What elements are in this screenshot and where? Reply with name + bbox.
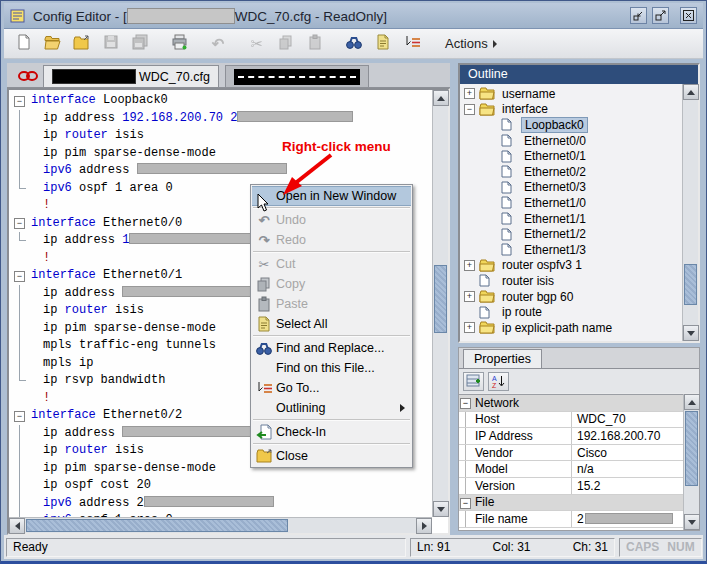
property-row-vendor[interactable]: VendorCisco xyxy=(459,445,683,462)
properties-scrollbar[interactable] xyxy=(683,394,699,530)
outline-item-username[interactable]: +username xyxy=(460,86,682,102)
scroll-left-button[interactable] xyxy=(9,518,25,534)
code-line[interactable]: ipv6 address 2 xyxy=(9,495,432,513)
menu-item-undo[interactable]: ↶Undo xyxy=(252,210,411,230)
menu-item-copy[interactable]: Copy xyxy=(252,274,411,294)
outline-item-ethernet0-0[interactable]: Ethernet0/0 xyxy=(460,133,682,149)
fold-gutter[interactable]: − xyxy=(9,215,31,233)
collapse-icon[interactable]: − xyxy=(464,104,475,115)
save-button[interactable] xyxy=(99,32,123,56)
outline-item-ethernet0-1[interactable]: Ethernet0/1 xyxy=(460,148,682,164)
outline-item-ethernet1-1[interactable]: Ethernet1/1 xyxy=(460,211,682,227)
property-row-version[interactable]: Version15.2 xyxy=(459,478,683,495)
fold-collapse-icon[interactable]: − xyxy=(14,218,25,229)
copy-button[interactable] xyxy=(274,32,298,56)
close-button[interactable] xyxy=(680,7,697,24)
minimize-button[interactable] xyxy=(630,7,647,24)
cut-button[interactable]: ✂ xyxy=(245,32,269,56)
property-row-model[interactable]: Modeln/a xyxy=(459,461,683,478)
find-button[interactable] xyxy=(342,32,366,56)
editor-horizontal-scrollbar[interactable] xyxy=(9,517,432,533)
fold-gutter[interactable]: − xyxy=(9,92,31,110)
maximize-button[interactable] xyxy=(652,7,669,24)
fold-collapse-icon[interactable]: − xyxy=(14,411,25,422)
expand-icon[interactable]: + xyxy=(464,322,475,333)
property-value[interactable]: 2 xyxy=(572,512,683,526)
menu-item-redo[interactable]: ↷Redo xyxy=(252,230,411,250)
fold-collapse-icon[interactable]: − xyxy=(14,271,25,282)
fold-collapse-icon[interactable]: − xyxy=(14,96,25,107)
property-category-network[interactable]: −Network xyxy=(459,395,683,412)
property-row-file-name[interactable]: File name2 xyxy=(459,511,683,528)
menu-item-check-in[interactable]: Check-In xyxy=(252,422,411,442)
properties-scroll-thumb[interactable] xyxy=(685,411,698,486)
print-button[interactable] xyxy=(167,32,191,56)
outline-scroll-up-button[interactable] xyxy=(683,84,699,100)
menu-item-cut[interactable]: ✂Cut xyxy=(252,254,411,274)
open-file-button[interactable] xyxy=(41,32,65,56)
fold-gutter[interactable]: − xyxy=(9,267,31,285)
outline-tree[interactable]: +username−interfaceLoopback0Ethernet0/0E… xyxy=(460,84,682,341)
outline-item-ethernet1-2[interactable]: Ethernet1/2 xyxy=(460,226,682,242)
property-grid[interactable]: −NetworkHostWDC_70IP Address192.168.200.… xyxy=(459,394,683,530)
code-line[interactable]: ipv6 address xyxy=(9,162,432,180)
property-value[interactable]: 192.168.200.70 xyxy=(572,429,683,443)
menu-item-go-to[interactable]: Go To... xyxy=(252,378,411,398)
outline-item-ethernet1-3[interactable]: Ethernet1/3 xyxy=(460,242,682,258)
expand-icon[interactable]: + xyxy=(464,88,475,99)
close-file-button[interactable] xyxy=(70,32,94,56)
expand-icon[interactable]: + xyxy=(464,260,475,271)
outline-item-interface[interactable]: −interface xyxy=(460,102,682,118)
menu-item-outlining[interactable]: Outlining xyxy=(252,398,411,418)
editor-hscroll-thumb[interactable] xyxy=(26,519,288,532)
code-line[interactable]: ip ospf cost 20 xyxy=(9,477,432,495)
code-line[interactable]: ip address 192.168.200.70 2 xyxy=(9,110,432,128)
property-row-ip-address[interactable]: IP Address192.168.200.70 xyxy=(459,428,683,445)
code-line[interactable]: −interface Loopback0 xyxy=(9,92,432,110)
categorized-view-button[interactable] xyxy=(463,372,484,391)
fold-gutter[interactable]: − xyxy=(9,407,31,425)
tab-wdc70-cfg[interactable]: WDC_70.cfg xyxy=(43,65,219,87)
outline-item-loopback0[interactable]: Loopback0 xyxy=(460,117,682,133)
goto-button[interactable] xyxy=(400,32,424,56)
outline-item-ip-route[interactable]: ip route xyxy=(460,304,682,320)
menu-item-select-all[interactable]: Select All xyxy=(252,314,411,334)
collapse-icon[interactable]: − xyxy=(460,398,471,409)
outline-item-ethernet1-0[interactable]: Ethernet1/0 xyxy=(460,195,682,211)
scroll-down-button[interactable] xyxy=(433,501,449,517)
properties-scroll-up-button[interactable] xyxy=(684,394,700,410)
outline-item-ethernet0-2[interactable]: Ethernet0/2 xyxy=(460,164,682,180)
outline-item-router-isis[interactable]: router isis xyxy=(460,273,682,289)
outline-item-router-bgp-60[interactable]: +router bgp 60 xyxy=(460,289,682,305)
tab-properties[interactable]: Properties xyxy=(463,349,542,368)
outline-item-router-ospfv3-1[interactable]: +router ospfv3 1 xyxy=(460,258,682,274)
outline-item-ethernet0-3[interactable]: Ethernet0/3 xyxy=(460,180,682,196)
properties-scroll-down-button[interactable] xyxy=(684,514,700,530)
editor-vscroll-thumb[interactable] xyxy=(434,265,447,333)
select-all-button[interactable] xyxy=(371,32,395,56)
save-all-button[interactable] xyxy=(128,32,152,56)
expand-icon[interactable]: + xyxy=(464,291,475,302)
menu-item-find-and-replace[interactable]: Find and Replace... xyxy=(252,338,411,358)
tab-redacted-file[interactable] xyxy=(225,65,369,87)
outline-scroll-down-button[interactable] xyxy=(683,325,699,341)
scroll-right-button[interactable] xyxy=(416,518,432,534)
sort-alphabetical-button[interactable]: A Z xyxy=(488,372,509,391)
property-value[interactable]: WDC_70 xyxy=(572,412,683,426)
editor-vertical-scrollbar[interactable] xyxy=(432,90,448,517)
outline-scroll-thumb[interactable] xyxy=(684,264,697,305)
title-bar[interactable]: Config Editor - [WDC_70.cfg - ReadOnly] xyxy=(4,3,703,29)
property-value[interactable]: 15.2 xyxy=(572,479,683,493)
paste-button[interactable] xyxy=(303,32,327,56)
scroll-up-button[interactable] xyxy=(433,90,449,106)
menu-item-close[interactable]: Close xyxy=(252,446,411,466)
menu-item-find-on-this-file[interactable]: Find on this File... xyxy=(252,358,411,378)
actions-menu[interactable]: Actions xyxy=(445,36,497,51)
property-value[interactable]: n/a xyxy=(572,462,683,476)
outline-item-ip-explicit-path-name[interactable]: +ip explicit-path name xyxy=(460,320,682,336)
menu-item-paste[interactable]: Paste xyxy=(252,294,411,314)
property-category-file[interactable]: −File xyxy=(459,495,683,512)
property-value[interactable]: Cisco xyxy=(572,446,683,460)
collapse-icon[interactable]: − xyxy=(460,498,471,509)
outline-scrollbar[interactable] xyxy=(682,84,698,341)
